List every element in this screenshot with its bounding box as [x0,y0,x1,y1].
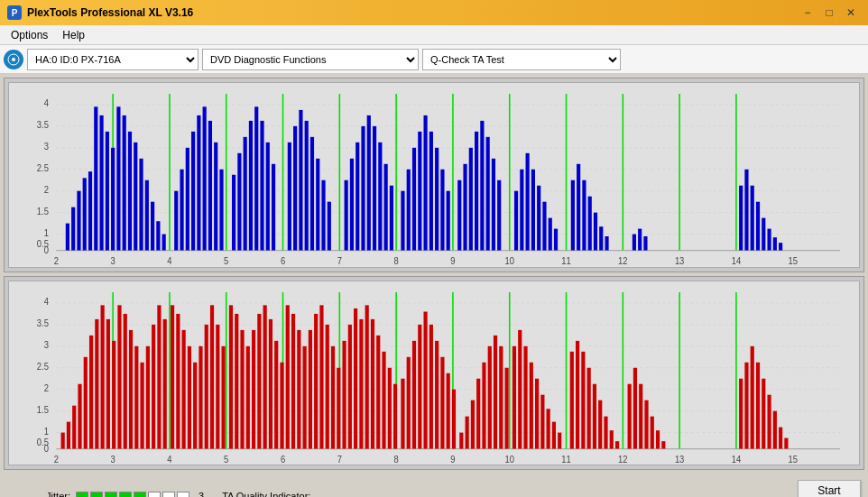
svg-rect-201 [152,324,155,448]
svg-text:3: 3 [111,454,116,465]
svg-rect-110 [475,132,478,251]
svg-rect-131 [638,229,642,251]
svg-rect-246 [412,340,416,448]
svg-rect-83 [299,110,302,251]
svg-rect-228 [309,329,312,448]
svg-rect-234 [342,340,346,448]
svg-rect-95 [378,143,382,251]
svg-rect-237 [359,318,363,448]
svg-rect-240 [376,335,380,448]
svg-rect-235 [348,324,352,448]
svg-text:8: 8 [394,454,400,465]
start-button[interactable]: Start [798,480,861,497]
svg-rect-108 [463,164,466,251]
svg-text:2: 2 [44,382,50,393]
svg-rect-61 [151,202,154,251]
svg-rect-138 [767,229,771,251]
svg-rect-74 [237,153,241,251]
svg-rect-48 [77,191,80,251]
svg-rect-216 [240,329,244,448]
svg-text:9: 9 [450,256,456,267]
svg-rect-231 [326,324,329,448]
svg-rect-198 [134,345,138,448]
svg-text:10: 10 [504,454,514,465]
svg-rect-77 [254,106,258,250]
svg-text:9: 9 [450,454,456,465]
svg-rect-215 [235,313,238,448]
jitter-cell-4 [119,492,132,497]
svg-rect-268 [540,394,544,448]
svg-text:14: 14 [732,256,742,267]
svg-rect-75 [244,137,247,251]
svg-rect-122 [554,229,558,251]
svg-rect-254 [459,432,463,448]
svg-rect-123 [571,180,575,251]
title-bar-controls: − □ ✕ [798,5,861,21]
svg-rect-296 [784,437,788,448]
svg-rect-50 [88,171,92,250]
svg-rect-86 [316,159,319,251]
svg-rect-264 [518,329,522,448]
ta-quality-section: TA Quality Indicator: Bad [222,491,310,498]
svg-rect-91 [356,143,359,251]
svg-text:1.5: 1.5 [37,404,49,415]
svg-rect-193 [106,318,110,448]
svg-rect-133 [739,186,743,251]
svg-rect-227 [303,345,307,448]
svg-rect-255 [466,416,469,448]
svg-rect-288 [739,378,743,448]
svg-text:8: 8 [394,256,400,267]
svg-rect-213 [222,345,226,448]
close-button[interactable]: ✕ [841,5,861,21]
svg-text:2: 2 [54,454,60,465]
svg-rect-135 [751,186,754,251]
svg-text:5: 5 [224,256,229,267]
svg-rect-188 [78,383,81,448]
svg-rect-258 [482,362,485,448]
svg-rect-257 [476,378,480,448]
svg-rect-261 [499,345,503,448]
svg-text:0: 0 [44,443,50,454]
bottom-chart-svg: 4 3.5 3 2.5 2 1.5 1 0.5 0 2 3 4 5 6 7 8 … [9,281,859,465]
drive-select[interactable]: HA:0 ID:0 PX-716A [27,49,199,70]
svg-rect-267 [535,378,539,448]
metrics-section: Jitter: 3 Peak Shift: [7,491,204,497]
svg-text:3: 3 [111,256,116,267]
svg-rect-229 [314,313,318,448]
svg-text:2: 2 [54,256,60,267]
svg-rect-72 [219,170,223,251]
svg-text:11: 11 [561,454,571,465]
svg-rect-187 [72,405,76,448]
menu-options[interactable]: Options [4,27,55,43]
svg-rect-53 [106,132,109,251]
toolbar: HA:0 ID:0 PX-716A DVD Diagnostic Functio… [0,45,868,74]
svg-rect-224 [286,305,290,448]
svg-rect-281 [628,383,632,448]
minimize-button[interactable]: − [798,5,817,21]
svg-rect-195 [117,305,121,448]
svg-rect-126 [588,197,592,251]
svg-rect-206 [182,329,186,448]
svg-text:3.5: 3.5 [37,318,49,328]
svg-rect-230 [319,305,323,448]
svg-rect-89 [345,180,348,251]
svg-rect-226 [297,329,300,448]
svg-rect-97 [390,186,393,251]
svg-rect-47 [71,207,75,251]
svg-rect-137 [762,218,765,251]
svg-rect-68 [197,115,200,251]
svg-rect-276 [593,383,596,448]
svg-rect-287 [661,441,665,448]
svg-rect-186 [67,421,70,448]
svg-text:6: 6 [281,454,286,465]
function-select[interactable]: DVD Diagnostic Functions [202,49,419,70]
svg-rect-105 [440,170,444,251]
svg-rect-271 [558,432,561,448]
svg-rect-266 [530,362,533,448]
svg-text:3: 3 [44,339,50,350]
menu-help[interactable]: Help [55,27,92,43]
svg-rect-197 [129,329,133,448]
maximize-button[interactable]: □ [819,5,839,21]
top-chart-container: 4 3.5 3 2.5 2 1.5 1 0.5 0 2 3 4 5 6 7 8 … [4,78,864,272]
test-select[interactable]: Q-Check TA Test [422,49,621,70]
